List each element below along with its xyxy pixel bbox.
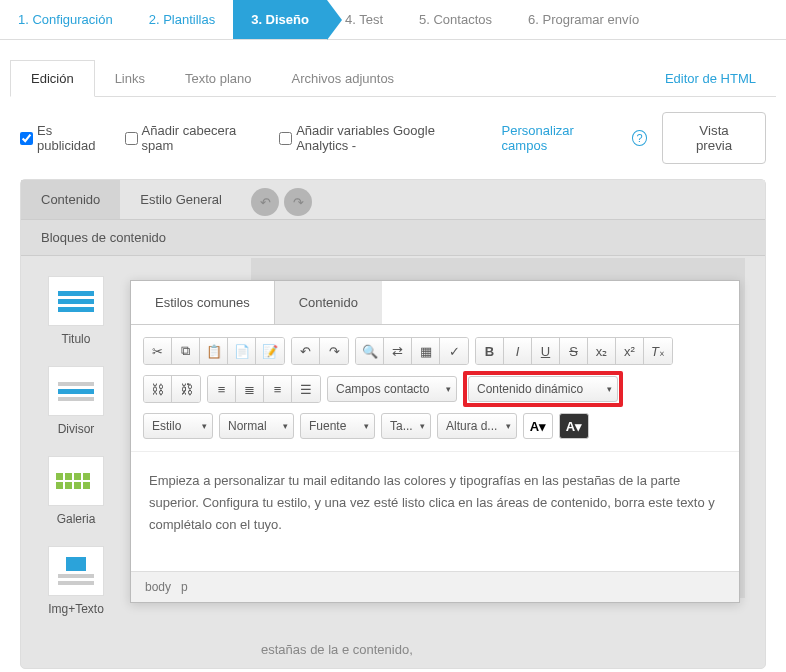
superscript-icon[interactable]: x² xyxy=(616,338,644,364)
step-test[interactable]: 4. Test xyxy=(327,0,401,39)
fuente-select[interactable]: Fuente xyxy=(300,413,375,439)
modal-tabs: Estilos comunes Contenido xyxy=(131,281,739,325)
checkbox-analytics[interactable] xyxy=(279,132,292,145)
thumb-imgtexto xyxy=(48,546,104,596)
editor-html-link[interactable]: Editor de HTML xyxy=(645,61,776,96)
checkbox-publicidad[interactable] xyxy=(20,132,33,145)
opt-analytics[interactable]: Añadir variables Google Analytics - xyxy=(279,123,486,153)
strike-icon[interactable]: S xyxy=(560,338,588,364)
replace-icon[interactable]: ⇄ xyxy=(384,338,412,364)
nav-arrows: ↶ ↷ xyxy=(251,188,312,216)
format-select[interactable]: Normal xyxy=(219,413,294,439)
thumb-divisor xyxy=(48,366,104,416)
modal-tab-contenido[interactable]: Contenido xyxy=(275,281,382,324)
step-configuracion[interactable]: 1. Configuración xyxy=(0,0,131,39)
edit-tabs: Edición Links Texto plano Archivos adjun… xyxy=(10,60,776,97)
highlight-dynamic-content: Contenido dinámico xyxy=(463,371,623,407)
campos-contacto-select[interactable]: Campos contacto xyxy=(327,376,457,402)
opt-cabecera[interactable]: Añadir cabecera spam xyxy=(125,123,265,153)
step-contactos[interactable]: 5. Contactos xyxy=(401,0,510,39)
redo-toolbar-icon[interactable]: ↷ xyxy=(320,338,348,364)
personalizar-link[interactable]: Personalizar campos xyxy=(502,123,617,153)
block-galeria[interactable]: Galeria xyxy=(41,456,111,526)
options-row: Es publicidad Añadir cabecera spam Añadi… xyxy=(0,97,786,179)
tab-contenido[interactable]: Contenido xyxy=(21,180,120,219)
tab-archivos[interactable]: Archivos adjuntos xyxy=(272,61,415,96)
tab-estilo-general[interactable]: Estilo General xyxy=(120,180,242,219)
editor-modal: Estilos comunes Contenido ✂ ⧉ 📋 📄 📝 ↶ ↷ … xyxy=(130,280,740,603)
bg-color-button[interactable]: A▾ xyxy=(559,413,589,439)
blocks-list: Titulo Divisor Galeria Img+Texto xyxy=(21,256,131,636)
editor-content[interactable]: Empieza a personalizar tu mail editando … xyxy=(131,451,739,571)
tab-links[interactable]: Links xyxy=(95,61,165,96)
copy-icon[interactable]: ⧉ xyxy=(172,338,200,364)
remove-format-icon[interactable]: Tₓ xyxy=(644,338,672,364)
link-icon[interactable]: ⛓ xyxy=(144,376,172,402)
cut-icon[interactable]: ✂ xyxy=(144,338,172,364)
step-plantillas[interactable]: 2. Plantillas xyxy=(131,0,233,39)
contenido-dinamico-select[interactable]: Contenido dinámico xyxy=(468,376,618,402)
path-body[interactable]: body xyxy=(145,580,171,594)
paste-text-icon[interactable]: 📄 xyxy=(228,338,256,364)
block-titulo[interactable]: Titulo xyxy=(41,276,111,346)
checkbox-cabecera[interactable] xyxy=(125,132,138,145)
toolbar: ✂ ⧉ 📋 📄 📝 ↶ ↷ 🔍 ⇄ ▦ ✓ B I U S x₂ xyxy=(131,325,739,451)
vista-previa-button[interactable]: Vista previa xyxy=(662,112,766,164)
modal-tab-estilos[interactable]: Estilos comunes xyxy=(131,281,275,324)
undo-toolbar-icon[interactable]: ↶ xyxy=(292,338,320,364)
find-icon[interactable]: 🔍 xyxy=(356,338,384,364)
align-justify-icon[interactable]: ☰ xyxy=(292,376,320,402)
underline-icon[interactable]: U xyxy=(532,338,560,364)
estilo-select[interactable]: Estilo xyxy=(143,413,213,439)
paste-icon[interactable]: 📋 xyxy=(200,338,228,364)
text-color-button[interactable]: A▾ xyxy=(523,413,553,439)
align-center-icon[interactable]: ≣ xyxy=(236,376,264,402)
lineheight-select[interactable]: Altura d... xyxy=(437,413,517,439)
step-programar[interactable]: 6. Programar envío xyxy=(510,0,657,39)
align-left-icon[interactable]: ≡ xyxy=(208,376,236,402)
tab-texto-plano[interactable]: Texto plano xyxy=(165,61,272,96)
align-right-icon[interactable]: ≡ xyxy=(264,376,292,402)
help-icon[interactable]: ? xyxy=(632,130,647,146)
wizard-steps: 1. Configuración 2. Plantillas 3. Diseño… xyxy=(0,0,786,40)
element-path: body p xyxy=(131,571,739,602)
opt-publicidad[interactable]: Es publicidad xyxy=(20,123,110,153)
thumb-galeria xyxy=(48,456,104,506)
paste-word-icon[interactable]: 📝 xyxy=(256,338,284,364)
italic-icon[interactable]: I xyxy=(504,338,532,364)
block-divisor[interactable]: Divisor xyxy=(41,366,111,436)
blocks-header: Bloques de contenido xyxy=(21,220,765,256)
tab-edicion[interactable]: Edición xyxy=(10,60,95,97)
thumb-titulo xyxy=(48,276,104,326)
redo-icon[interactable]: ↷ xyxy=(284,188,312,216)
path-p[interactable]: p xyxy=(181,580,188,594)
select-all-icon[interactable]: ▦ xyxy=(412,338,440,364)
inner-tabs: Contenido Estilo General xyxy=(21,180,765,220)
bg-sample-text: estañas de la e contenido, xyxy=(261,640,735,661)
bold-icon[interactable]: B xyxy=(476,338,504,364)
spell-icon[interactable]: ✓ xyxy=(440,338,468,364)
undo-icon[interactable]: ↶ xyxy=(251,188,279,216)
block-imgtexto[interactable]: Img+Texto xyxy=(41,546,111,616)
size-select[interactable]: Ta... xyxy=(381,413,431,439)
unlink-icon[interactable]: ⛓̸ xyxy=(172,376,200,402)
subscript-icon[interactable]: x₂ xyxy=(588,338,616,364)
step-diseno[interactable]: 3. Diseño xyxy=(233,0,327,39)
